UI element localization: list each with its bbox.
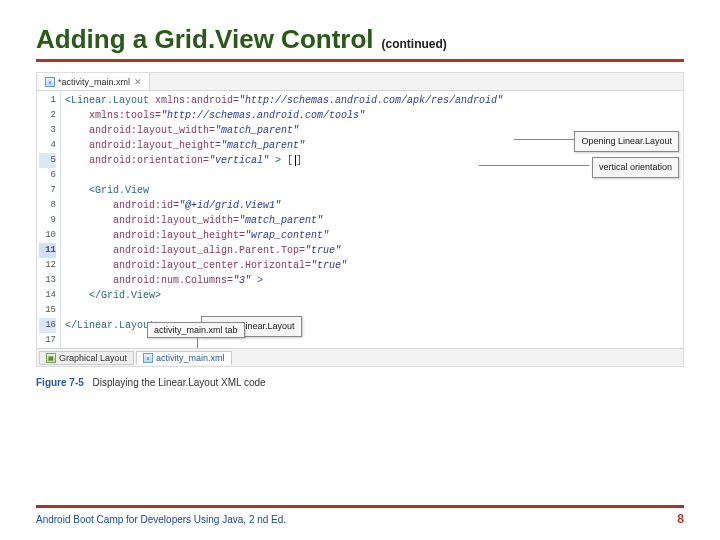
line-number: 15 <box>39 303 56 318</box>
line-number: 13 <box>39 273 56 288</box>
tab-label: activity_main.xml <box>156 353 225 363</box>
editor-tab-label: *activity_main.xml <box>58 77 130 87</box>
layout-icon: ▦ <box>46 353 56 363</box>
line-number: 14 <box>39 288 56 303</box>
line-number: 16 <box>39 318 56 333</box>
callout-activity-main-tab: activity_main.xml tab <box>147 322 245 338</box>
line-number: 10 <box>39 228 56 243</box>
line-number: 7 <box>39 183 56 198</box>
tab-activity-main-xml[interactable]: x activity_main.xml <box>136 351 232 365</box>
code-editor-screenshot: x *activity_main.xml ✕ 1 2 3 4 5 6 7 8 9… <box>36 72 684 367</box>
figure-number: Figure 7-5 <box>36 377 84 388</box>
figure-caption: Figure 7-5 Displaying the Linear.Layout … <box>36 377 684 388</box>
line-number: 5 <box>39 153 56 168</box>
callout-leader <box>514 139 578 140</box>
callout-opening-linearlayout: Opening Linear.Layout <box>574 131 679 152</box>
text-cursor <box>295 155 296 166</box>
code-area[interactable]: <Linear.Layout xmlns:android="http://sch… <box>61 91 683 348</box>
line-number: 6 <box>39 168 56 183</box>
line-number-gutter: 1 2 3 4 5 6 7 8 9 10 11 12 13 14 15 16 1… <box>37 91 61 348</box>
tab-label: Graphical Layout <box>59 353 127 363</box>
xml-file-icon: x <box>143 353 153 363</box>
figure-caption-text: Displaying the Linear.Layout XML code <box>93 377 266 388</box>
line-number: 4 <box>39 138 56 153</box>
line-number: 17 <box>39 333 56 348</box>
close-icon[interactable]: ✕ <box>133 77 143 87</box>
footer-page-number: 8 <box>677 512 684 526</box>
line-number: 8 <box>39 198 56 213</box>
line-number: 2 <box>39 108 56 123</box>
tab-graphical-layout[interactable]: ▦ Graphical Layout <box>39 351 134 365</box>
callout-vertical-orientation: vertical orientation <box>592 157 679 178</box>
line-number: 12 <box>39 258 56 273</box>
page-title: Adding a Grid.View Control <box>36 24 374 55</box>
footer-book-title: Android Boot Camp for Developers Using J… <box>36 514 286 525</box>
editor-tab-bar: x *activity_main.xml ✕ <box>37 73 683 91</box>
line-number: 1 <box>39 93 56 108</box>
line-number: 3 <box>39 123 56 138</box>
page-subtitle: (continued) <box>382 37 447 51</box>
callout-leader <box>479 165 589 166</box>
editor-tab-activity-main[interactable]: x *activity_main.xml ✕ <box>39 73 150 90</box>
title-divider <box>36 59 684 62</box>
callout-leader <box>197 338 198 348</box>
title-row: Adding a Grid.View Control (continued) <box>36 24 684 55</box>
editor-bottom-tab-bar: ▦ Graphical Layout x activity_main.xml <box>37 348 683 366</box>
slide-footer: Android Boot Camp for Developers Using J… <box>36 505 684 526</box>
line-number: 9 <box>39 213 56 228</box>
line-number: 11 <box>39 243 56 258</box>
xml-file-icon: x <box>45 77 55 87</box>
